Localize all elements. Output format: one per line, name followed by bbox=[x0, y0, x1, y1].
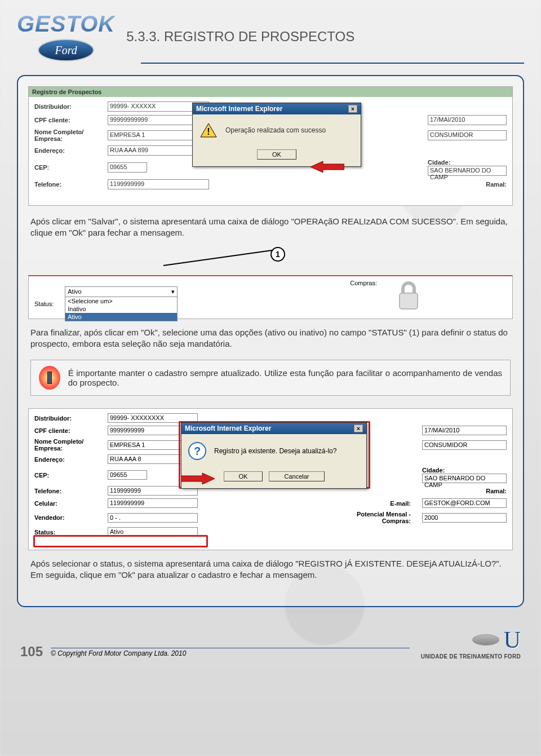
warning-icon: ! bbox=[199, 122, 218, 138]
input-data[interactable]: 17/MAI/2010 bbox=[428, 115, 507, 125]
chevron-down-icon: ▾ bbox=[171, 288, 175, 295]
red-arrow-icon bbox=[181, 472, 215, 485]
label-nome: Nome Completo/ Empresa: bbox=[34, 438, 102, 452]
input-cep[interactable]: 09655 bbox=[108, 162, 147, 173]
label-cep: CEP: bbox=[34, 164, 102, 171]
screenshot-status: Compras: Status: Ativo▾ <Selecione um> I… bbox=[28, 275, 513, 319]
svg-rect-3 bbox=[400, 293, 418, 309]
label-ramal: Ramal: bbox=[428, 181, 507, 188]
paragraph-2: Para finalizar, após clicar em "Ok", sel… bbox=[30, 327, 511, 350]
svg-marker-2 bbox=[311, 161, 344, 173]
label-endereco: Endereço: bbox=[34, 147, 102, 154]
content-frame: Registro de Prospectos Distribuidor: 999… bbox=[17, 75, 524, 607]
label-telefone: Telefone: bbox=[34, 488, 102, 494]
gestok-logo: GESTOK bbox=[17, 11, 115, 37]
paragraph-3: Após selecionar o status, o sistema apre… bbox=[30, 558, 511, 581]
logo-block: GESTOK Ford bbox=[17, 11, 115, 61]
label-ramal: Ramal: bbox=[422, 488, 507, 494]
input-data[interactable]: 17/MAI/2010 bbox=[422, 426, 507, 435]
label-telefone: Telefone: bbox=[34, 181, 102, 188]
paragraph-1: Após clicar em "Salvar", o sistema apres… bbox=[30, 216, 511, 239]
label-celular: Celular: bbox=[34, 500, 102, 507]
red-arrow-icon bbox=[311, 160, 344, 174]
page-number: 105 bbox=[20, 644, 43, 660]
copyright: © Copyright Ford Motor Company Ltda. 201… bbox=[51, 648, 410, 657]
svg-text:!: ! bbox=[207, 127, 210, 136]
input-cidade[interactable]: SAO BERNARDO DO CAMP bbox=[422, 474, 507, 483]
label-distribuidor: Distribuidor: bbox=[34, 103, 102, 110]
label-cidade: Cidade: bbox=[428, 159, 507, 166]
dialog-message: Operação realizada com sucesso bbox=[225, 126, 326, 134]
label-nome: Nome Completo/ Empresa: bbox=[34, 129, 102, 142]
label-cpf: CPF cliente: bbox=[34, 117, 102, 123]
dialog-success: Microsoft Internet Explorer × ! Operação… bbox=[192, 103, 361, 167]
page-title: 5.3.3. REGISTRO DE PROSPECTOS bbox=[126, 29, 524, 45]
status-option[interactable]: <Selecione um> bbox=[65, 297, 177, 305]
info-callout: É importante manter o cadastro sempre at… bbox=[30, 360, 511, 396]
input-email[interactable]: GESTOK@FORD.COM bbox=[422, 498, 507, 508]
input-vendedor[interactable]: 0 - . bbox=[108, 513, 198, 523]
info-icon bbox=[39, 366, 60, 390]
label-compras: Compras: bbox=[350, 280, 377, 286]
dialog-title: Microsoft Internet Explorer bbox=[196, 105, 282, 113]
input-celular[interactable]: 1199999999 bbox=[108, 498, 198, 508]
label-vendedor: Vendedor: bbox=[34, 514, 102, 521]
page-footer: 105 © Copyright Ford Motor Company Ltda.… bbox=[17, 626, 524, 660]
cancel-button[interactable]: Cancelar bbox=[269, 471, 324, 481]
input-tipo[interactable]: CONSUMIDOR bbox=[422, 440, 507, 450]
input-potencial[interactable]: 2000 bbox=[422, 513, 507, 523]
label-cpf: CPF cliente: bbox=[34, 427, 102, 434]
status-dropdown[interactable]: Ativo▾ <Selecione um> Inativo Ativo bbox=[65, 286, 178, 321]
status-option[interactable]: Ativo bbox=[65, 313, 177, 321]
ok-button[interactable]: OK bbox=[224, 471, 263, 481]
label-distribuidor: Distribuidor: bbox=[34, 415, 102, 422]
label-status: Status: bbox=[34, 300, 54, 307]
ok-button[interactable]: OK bbox=[257, 149, 296, 160]
screenshot-2: Distribuidor: 99999- XXXXXXXX CPF client… bbox=[28, 408, 513, 550]
ford-small-logo bbox=[472, 634, 499, 646]
info-text: É importante manter o cadastro sempre at… bbox=[68, 368, 502, 387]
highlight-frame bbox=[33, 535, 208, 547]
input-cidade[interactable]: SAO BERNARDO DO CAMP bbox=[428, 166, 507, 176]
title-rule bbox=[141, 63, 524, 64]
input-cep[interactable]: 09655 bbox=[108, 470, 147, 480]
close-icon[interactable]: × bbox=[348, 105, 357, 113]
screenshot-1: Registro de Prospectos Distribuidor: 999… bbox=[28, 86, 513, 206]
callout-1: 1 bbox=[28, 247, 513, 275]
input-telefone[interactable]: 1199999999 bbox=[108, 179, 209, 189]
close-icon[interactable]: × bbox=[354, 425, 363, 432]
input-tipo[interactable]: CONSUMIDOR bbox=[428, 130, 507, 140]
label-endereco: Endereço: bbox=[34, 456, 102, 463]
page-header: GESTOK Ford 5.3.3. REGISTRO DE PROSPECTO… bbox=[17, 11, 524, 61]
question-icon: ? bbox=[188, 442, 206, 460]
footer-unit: U UNIDADE DE TREINAMENTO FORD bbox=[421, 626, 521, 660]
dialog-message: Registro já existente. Deseja atualizá-l… bbox=[214, 447, 336, 455]
dialog-title: Microsoft Internet Explorer bbox=[185, 425, 271, 432]
label-status: Status: bbox=[34, 529, 102, 536]
unit-text: UNIDADE DE TREINAMENTO FORD bbox=[421, 653, 521, 660]
svg-marker-4 bbox=[181, 473, 215, 484]
label-potencial: Potencial Mensal - Compras: bbox=[203, 511, 416, 524]
ford-logo: Ford bbox=[38, 39, 94, 61]
section-title: Registro de Prospectos bbox=[29, 87, 512, 97]
callout-number: 1 bbox=[270, 247, 285, 262]
label-cep: CEP: bbox=[34, 472, 102, 479]
lock-icon bbox=[395, 280, 422, 312]
u-logo: U bbox=[504, 626, 521, 653]
label-email: E-mail: bbox=[203, 500, 416, 507]
label-cidade: Cidade: bbox=[422, 467, 507, 474]
status-option[interactable]: Inativo bbox=[65, 305, 177, 313]
